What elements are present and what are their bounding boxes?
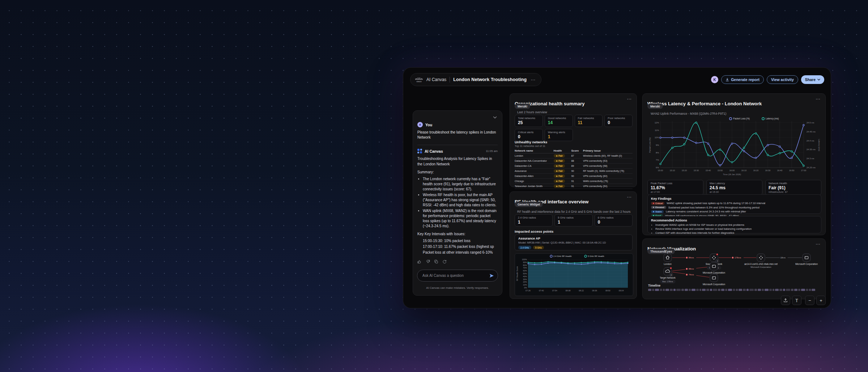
svg-text:0%: 0% — [524, 287, 527, 289]
band-badge: 2.4 GHz — [518, 246, 531, 249]
network-row[interactable]: Datacenter-CA★ Fair89VPN connectivity (5… — [515, 164, 633, 169]
widget-menu-button[interactable]: ⋯ — [626, 195, 633, 199]
summary-list: The London network currently has a "Fair… — [417, 177, 498, 229]
copy-button[interactable] — [434, 259, 438, 265]
view-activity-label: View activity — [771, 77, 794, 82]
table-header: Score — [571, 148, 583, 153]
download-icon — [726, 78, 729, 81]
svg-text:30%: 30% — [523, 278, 527, 280]
svg-text:ae14-0.cor01.chi2.ntwk.msn.net: ae14-0.cor01.chi2.ntwk.msn.net — [744, 263, 778, 265]
svg-text:7%: 7% — [656, 159, 659, 161]
svg-text:Latency (ms): Latency (ms) — [766, 117, 779, 120]
widget-menu-button[interactable]: ⋯ — [815, 242, 821, 246]
export-button[interactable] — [781, 296, 790, 305]
timeline-bars[interactable] — [648, 289, 818, 291]
svg-text:6%: 6% — [656, 166, 659, 169]
network-node-target[interactable]: 4Target NetworkMax: 178ms — [660, 267, 676, 283]
svg-text:09:04: 09:04 — [619, 289, 624, 292]
network-row[interactable]: Teleworker Jordan Smith★ Fair91VPN conne… — [515, 184, 633, 189]
generate-report-button[interactable]: Generate report — [721, 75, 764, 84]
desktop-background: cisco AI Canvas London Network Troublesh… — [0, 0, 868, 372]
svg-text:18ms: 18ms — [780, 257, 786, 259]
network-node-hop[interactable]: ae14-0.cor01.chi2.ntwk.msn.netMicrosoft … — [744, 254, 778, 268]
canvas-toolbar: T − + — [781, 296, 826, 305]
svg-text:24.35 ms: 24.35 ms — [807, 148, 816, 151]
chat-input-container — [417, 270, 498, 282]
svg-text:10%: 10% — [655, 136, 659, 139]
svg-text:10%: 10% — [523, 284, 527, 286]
svg-text:Packet Loss (%): Packet Loss (%) — [733, 117, 750, 120]
interval-bullet: Packet loss at other intervals ranged 6-… — [423, 250, 498, 255]
severity-badge: Elevated — [651, 206, 666, 209]
svg-text:24.4 ms: 24.4 ms — [807, 140, 814, 142]
title-divider — [450, 77, 450, 83]
svg-text:16:00: 16:00 — [729, 169, 735, 172]
stat-card: Warning alerts1 — [545, 129, 573, 141]
window-title-bar: cisco AI Canvas London Network Troublesh… — [410, 73, 541, 86]
widget-menu-button[interactable]: ⋯ — [815, 97, 821, 101]
regenerate-button[interactable] — [442, 259, 447, 265]
key-findings-title: Key Findings — [651, 197, 818, 200]
share-button[interactable]: Share — [801, 75, 824, 84]
svg-text:08:50: 08:50 — [605, 289, 610, 292]
svg-text:74ms: 74ms — [689, 274, 694, 276]
network-row[interactable]: Assurance★ Fair90RF health (0), WAN conn… — [515, 169, 633, 174]
action-item: Investigate WAN2 uplink on MX68 for ISP … — [655, 223, 818, 227]
svg-text:84ms: 84ms — [689, 257, 694, 259]
svg-text:11%: 11% — [655, 129, 659, 131]
svg-text:24.3 ms: 24.3 ms — [807, 157, 814, 160]
send-button[interactable] — [489, 273, 495, 279]
assistant-message: Troubleshooting Analysis for Latency Spi… — [417, 156, 498, 255]
network-row[interactable]: Datacenter-Allen★ Fair90VPN connectivity… — [515, 174, 633, 179]
severity-badge: Critical — [651, 202, 664, 205]
svg-text:2.4 GHz RF Health: 2.4 GHz RF Health — [553, 255, 572, 257]
message-title: Troubleshooting Analysis for Latency Spi… — [417, 156, 498, 166]
user-avatar[interactable]: K — [711, 76, 718, 83]
zoom-out-button[interactable]: − — [805, 296, 814, 305]
svg-text:15:10: 15:10 — [670, 169, 675, 172]
ap-card[interactable]: Assurance AP Model: MR36-HW | Serial: Q2… — [515, 234, 633, 250]
network-node-ms2[interactable]: Microsoft Corporation — [703, 274, 726, 286]
key-findings: Key Findings CriticalWAN2 uplink showing… — [647, 194, 821, 214]
view-activity-button[interactable]: View activity — [767, 75, 798, 84]
svg-text:90%: 90% — [523, 261, 527, 263]
send-icon — [489, 274, 494, 278]
svg-text:60%: 60% — [523, 270, 527, 272]
title-menu-button[interactable]: ⋯ — [530, 77, 536, 82]
stat-card: Fair networks11 — [575, 115, 603, 127]
svg-text:16:30: 16:30 — [765, 169, 771, 172]
latency-subtitle: WAN2 Uplink Performance - MX68 (Q2MN-J7R… — [651, 112, 726, 115]
network-node-london[interactable]: London — [664, 254, 672, 265]
network-row[interactable]: London★ Fair87Wireless clients (60), RF … — [515, 153, 633, 158]
chat-collapse-button[interactable] — [492, 114, 498, 121]
health-badge: ★ Fair — [554, 174, 565, 178]
rf-chart-container: 0%10%20%30%40%50%60%70%80%90%100%07:2607… — [515, 253, 633, 296]
impacted-label: Impacted access points — [515, 229, 553, 233]
timeline-label: Timeline — [648, 284, 660, 287]
svg-text:15:40: 15:40 — [706, 169, 711, 172]
widget-org-health: Organizational health summary ⋯ Meraki L… — [510, 93, 637, 187]
rf-stats: 2.4 GHz radios15 GHz radios16 GHz radios… — [515, 214, 633, 227]
svg-text:16:10: 16:10 — [741, 169, 747, 172]
svg-text:80%: 80% — [523, 264, 527, 266]
table-header: Network name — [515, 148, 554, 153]
intervals-list: 15:00-15:30: 10% packet loss17:00-17:10:… — [417, 238, 498, 255]
network-row[interactable]: Datacenter-NA-Concentrator★ Fair88VPN co… — [515, 158, 633, 164]
thumbs-down-button[interactable] — [426, 259, 430, 265]
svg-text:40%: 40% — [523, 275, 527, 278]
chat-input[interactable] — [422, 273, 489, 278]
text-tool-button[interactable]: T — [792, 296, 801, 305]
widget-menu-button[interactable]: ⋯ — [626, 97, 633, 101]
network-node-dest[interactable]: Microsoft Corporation — [795, 254, 818, 266]
rf-chart: 0%10%20%30%40%50%60%70%80%90%100%07:2607… — [515, 254, 632, 295]
svg-text:15:20: 15:20 — [682, 169, 687, 172]
zoom-in-button[interactable]: + — [816, 296, 826, 305]
network-row[interactable]: Chicago★ Fair91WAN connectivity (75) — [515, 179, 633, 184]
svg-text:08:08: 08:08 — [566, 289, 571, 292]
latency-chart: 15:0015:1015:2015:3015:4015:5016:0016:10… — [648, 116, 821, 178]
table-header: Primary issue — [583, 148, 633, 153]
thumbs-up-button[interactable] — [417, 259, 422, 265]
chat-disclaimer: AI Canvas can make mistakes. Verify resp… — [413, 286, 502, 289]
svg-text:07:40: 07:40 — [539, 289, 544, 292]
alert-dot — [716, 253, 718, 255]
